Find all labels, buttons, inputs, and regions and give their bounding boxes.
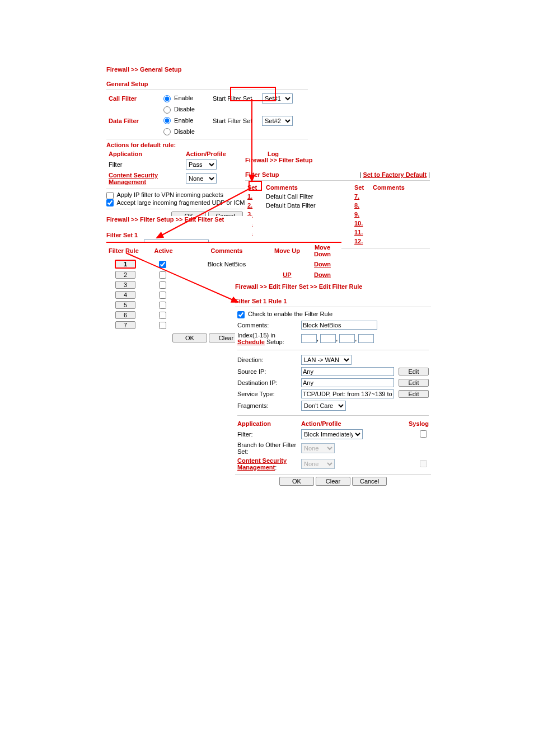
rule-1-down[interactable]: Down — [314, 261, 331, 267]
rule-3-active[interactable] — [159, 281, 166, 289]
editrule-ok-button[interactable]: OK — [279, 477, 314, 486]
source-ip-input[interactable] — [301, 367, 394, 376]
rule-4-button[interactable]: 4 — [115, 291, 135, 299]
vpn-filter-checkbox[interactable]: Apply IP filter to VPN incoming packets — [106, 191, 223, 198]
factory-default-link[interactable]: Set to Factory Default — [363, 171, 427, 178]
rule-2-up[interactable]: UP — [283, 271, 291, 278]
col-filter-rule: Filter Rule — [106, 243, 144, 259]
rule-3-button[interactable]: 3 — [115, 281, 135, 289]
crumb-editrule: Firewall >> Edit Filter Set >> Edit Filt… — [235, 283, 431, 290]
rule-6-button[interactable]: 6 — [115, 311, 135, 319]
data-disable-radio[interactable]: Disable — [163, 128, 195, 135]
rule-7-button[interactable]: 7 — [115, 321, 135, 329]
rule-6-active[interactable] — [159, 312, 166, 319]
set-12-link[interactable]: 12. — [354, 238, 363, 245]
general-heading: General Setup — [106, 81, 308, 87]
col-active: Active — [144, 243, 182, 259]
crumb-filtersetup: Firewall >> Filter Setup — [245, 157, 430, 163]
rule-5-active[interactable] — [159, 302, 166, 309]
general-table: Call Filter Enable Start Filter Set Set#… — [106, 92, 308, 137]
filtersetup-heading: Filter Setup — [245, 171, 279, 178]
rule-1-comment: Block NetBios — [182, 259, 271, 270]
fragments-label: Fragments: — [235, 400, 299, 412]
start-filter-label-2: Start Filter Set — [210, 115, 260, 127]
rule-7-active[interactable] — [159, 322, 166, 329]
rule-csm-link[interactable]: Content Security Management — [237, 457, 287, 471]
filter-pass-select[interactable]: Pass — [186, 159, 217, 170]
editrule-heading: Filter Set 1 Rule 1 — [235, 298, 431, 304]
col-comments-l: Comments — [264, 183, 352, 192]
rule-filter-syslog[interactable] — [420, 430, 427, 438]
rule-comments-input[interactable] — [301, 321, 377, 330]
editrule-cancel-button[interactable]: Cancel — [352, 477, 387, 486]
csm-none-select[interactable]: None — [186, 173, 217, 184]
sched-4[interactable] — [358, 334, 374, 343]
data-filter-label: Data Filter — [109, 118, 139, 124]
rule-2-active[interactable] — [159, 271, 166, 279]
set-8-link[interactable]: 8. — [354, 202, 359, 209]
col-moveup: Move Up — [271, 243, 303, 259]
call-disable-radio[interactable]: Disable — [163, 106, 195, 112]
service-type-edit[interactable]: Edit — [399, 390, 429, 398]
set-9-link[interactable]: 9. — [354, 211, 359, 218]
dest-ip-input[interactable] — [301, 378, 394, 387]
rule-filter-label: Filter: — [235, 428, 299, 440]
rule-filter-select[interactable]: Block Immediately — [301, 429, 363, 439]
data-enable-radio[interactable]: Enable — [163, 117, 193, 124]
set-1-link[interactable]: 1. — [247, 193, 252, 200]
branch-select: None — [301, 443, 335, 453]
col-comments: Comments — [182, 243, 271, 259]
start-filter-select-2[interactable]: Set#2 — [262, 116, 293, 126]
fragments-select[interactable]: Don't Care — [301, 401, 346, 411]
rule-1-active[interactable] — [159, 261, 166, 268]
enable-rule-checkbox[interactable]: Check to enable the Filter Rule — [237, 311, 332, 317]
rule-csm-syslog — [420, 460, 427, 467]
dest-ip-edit[interactable]: Edit — [399, 379, 429, 387]
rule-setup-suffix: Setup: — [266, 339, 284, 345]
col-comments-r: Comments — [371, 183, 430, 192]
branch-label: Branch to Other Filter Set: — [235, 440, 299, 456]
call-filter-label: Call Filter — [109, 95, 137, 102]
sched-2[interactable] — [320, 334, 336, 343]
editrule-clear-button[interactable]: Clear — [316, 477, 350, 486]
highlight-start-filter — [230, 87, 276, 101]
actionprofile-col: Action/Profile — [186, 151, 226, 157]
rule-index-label: Index(1-15) in — [237, 332, 275, 339]
service-type-label: Service Type: — [235, 388, 299, 400]
direction-select[interactable]: LAN -> WAN — [301, 355, 352, 365]
call-enable-radio[interactable]: Enable — [163, 95, 193, 101]
sched-3[interactable] — [339, 334, 355, 343]
csm-link[interactable]: Content Security Management — [109, 172, 158, 185]
schedule-link[interactable]: Schedule — [237, 339, 265, 345]
rule-4-active[interactable] — [159, 292, 166, 299]
frag-accept-checkbox[interactable]: Accept large incoming fragmented UDP or … — [106, 199, 267, 206]
sched-1[interactable] — [301, 334, 317, 343]
rule-comments-label: Comments: — [235, 320, 299, 331]
set-10-link[interactable]: 10. — [354, 220, 363, 227]
crumb-general: Firewall >> General Setup — [106, 66, 308, 73]
direction-label: Direction: — [235, 354, 299, 366]
col-movedown: Move Down — [303, 243, 341, 259]
actions-default-label: Actions for default rule: — [106, 142, 308, 148]
set-2-comment: Default Data Filter — [264, 201, 352, 210]
filter-row-label: Filter — [106, 158, 184, 171]
rule-actionprofile-col: Action/Profile — [299, 419, 396, 428]
set-2-link[interactable]: 2. — [247, 202, 252, 209]
rule-1-button[interactable]: 1 — [115, 260, 136, 269]
col-set-r: Set — [352, 183, 371, 192]
set-1-comment: Default Call Filter — [264, 192, 352, 201]
crumb-editset: Firewall >> Filter Setup >> Edit Filter … — [106, 216, 252, 223]
source-ip-label: Source IP: — [235, 366, 299, 377]
editset-ok-button[interactable]: OK — [172, 334, 207, 342]
rule-2-button[interactable]: 2 — [115, 271, 135, 279]
rule-5-button[interactable]: 5 — [115, 301, 135, 309]
rule-application-col: Application — [235, 419, 299, 428]
set-7-link[interactable]: 7. — [354, 193, 359, 200]
editset-heading: Filter Set 1 — [106, 232, 252, 238]
application-col: Application — [109, 151, 142, 157]
set-11-link[interactable]: 11. — [354, 229, 363, 236]
service-type-input[interactable] — [301, 389, 394, 398]
source-ip-edit[interactable]: Edit — [399, 368, 429, 375]
rule-csm-select: None — [301, 459, 335, 469]
rule-2-down[interactable]: Down — [314, 271, 331, 278]
